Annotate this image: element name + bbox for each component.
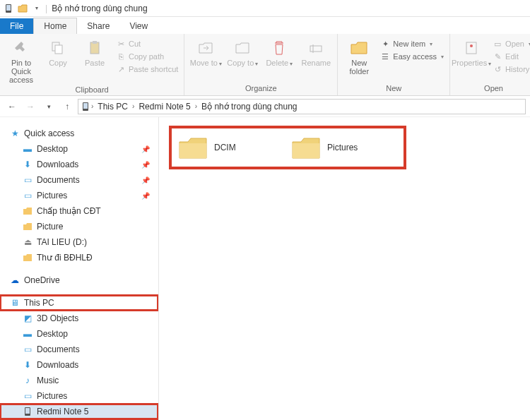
- paste-icon: [85, 38, 105, 58]
- sparkle-icon: ✦: [380, 39, 390, 49]
- group-organize: Move to▾ Copy to▾ Delete▾ Rename Organiz…: [184, 34, 338, 95]
- tree-documents2[interactable]: ▭Documents: [0, 342, 158, 357]
- forward-button[interactable]: →: [23, 99, 38, 114]
- desktop-icon: ▬: [21, 328, 34, 340]
- pin-icon: 📌: [141, 192, 150, 200]
- svg-rect-4: [90, 42, 99, 54]
- address-bar[interactable]: › This PC › Redmi Note 5 › Bộ nhớ trong …: [78, 99, 526, 114]
- up-button[interactable]: ↑: [59, 99, 75, 114]
- copyto-icon: [232, 38, 252, 58]
- properties-icon: [461, 38, 481, 58]
- tree-onedrive[interactable]: ☁OneDrive: [0, 272, 158, 288]
- edit-button[interactable]: ✎Edit: [491, 51, 530, 62]
- pin-icon: 📌: [141, 161, 150, 169]
- ribbon-tabs: File Home Share View: [0, 17, 530, 34]
- delete-button[interactable]: Delete▾: [262, 37, 296, 69]
- rename-icon: [306, 38, 326, 58]
- pictures-icon: ▭: [21, 390, 34, 402]
- group-open: Properties▾ ▭Open▾ ✎Edit ↺History Open: [450, 34, 530, 95]
- pc-icon: 🖥: [8, 297, 21, 308]
- folder-icon: [21, 221, 34, 232]
- delete-icon: [269, 38, 289, 58]
- body: ★Quick access ▬Desktop📌 ⬇Downloads📌 ▭Doc…: [0, 117, 530, 420]
- content-pane[interactable]: DCIM Pictures: [159, 117, 530, 420]
- documents-icon: ▭: [21, 344, 34, 355]
- drive-icon: ⏏: [21, 236, 34, 248]
- copy-icon: [48, 38, 68, 58]
- cut-button[interactable]: ✂Cut: [114, 38, 179, 49]
- edit-icon: ✎: [493, 52, 502, 61]
- open-button[interactable]: ▭Open▾: [491, 38, 530, 49]
- tab-file[interactable]: File: [0, 18, 33, 34]
- dropdown-icon[interactable]: ▾: [31, 3, 42, 14]
- folder-icon: [176, 133, 210, 162]
- chevron-right-icon[interactable]: ›: [132, 102, 134, 110]
- new-item-button[interactable]: ✦New item▾: [379, 38, 445, 49]
- folder-pictures[interactable]: Pictures: [289, 133, 395, 162]
- tree-redmi[interactable]: Redmi Note 5: [0, 404, 158, 419]
- tree-documents[interactable]: ▭Documents📌: [0, 172, 158, 188]
- tree-pictures2[interactable]: ▭Pictures: [0, 388, 158, 404]
- group-clipboard: Pin to Quick access Copy Paste ✂Cut ⎘Cop…: [0, 34, 184, 95]
- history-button[interactable]: ↺History: [491, 64, 530, 75]
- phone-icon: [81, 102, 90, 112]
- chevron-right-icon[interactable]: ›: [91, 102, 93, 110]
- folder-dcim[interactable]: DCIM: [176, 133, 282, 162]
- chevron-right-icon[interactable]: ›: [195, 102, 197, 110]
- onedrive-icon: ☁: [8, 275, 21, 286]
- new-folder-icon: [349, 38, 369, 58]
- tree-this-pc[interactable]: 🖥This PC: [0, 295, 158, 311]
- nav-tree[interactable]: ★Quick access ▬Desktop📌 ⬇Downloads📌 ▭Doc…: [0, 117, 159, 420]
- open-icon: ▭: [493, 39, 502, 49]
- tree-chap-thuan[interactable]: Chấp thuận CĐT: [0, 203, 158, 219]
- copy-to-button[interactable]: Copy to▾: [225, 37, 259, 69]
- crumb-redmi[interactable]: Redmi Note 5: [136, 102, 193, 112]
- pictures-icon: ▭: [21, 190, 34, 201]
- tree-downloads2[interactable]: ⬇Downloads: [0, 357, 158, 373]
- music-icon: ♪: [21, 375, 34, 386]
- tree-thu-di[interactable]: Thư đi BĐHLĐ: [0, 250, 158, 265]
- folder-icon: [289, 133, 323, 162]
- phone-icon: [3, 3, 14, 14]
- paste-button[interactable]: Paste: [78, 37, 112, 68]
- highlighted-folders: DCIM Pictures: [172, 128, 404, 167]
- move-to-button[interactable]: Move to▾: [189, 37, 223, 69]
- back-button[interactable]: ←: [4, 99, 20, 114]
- desktop-icon: ▬: [21, 143, 34, 155]
- tree-pictures[interactable]: ▭Pictures📌: [0, 188, 158, 203]
- svg-rect-5: [93, 41, 97, 44]
- tab-home[interactable]: Home: [33, 18, 77, 34]
- tab-view[interactable]: View: [119, 18, 158, 34]
- crumb-this-pc[interactable]: This PC: [95, 102, 131, 112]
- phone-icon: [21, 406, 34, 417]
- tree-desktop2[interactable]: ▬Desktop: [0, 326, 158, 342]
- tree-3d-objects[interactable]: ◩3D Objects: [0, 311, 158, 326]
- tree-desktop[interactable]: ▬Desktop📌: [0, 141, 158, 157]
- pin-quick-access-button[interactable]: Pin to Quick access: [4, 37, 38, 85]
- tree-tai-lieu[interactable]: ⏏TAI LIEU (D:): [0, 234, 158, 250]
- easy-access-icon: ☰: [380, 52, 390, 61]
- recent-dropdown[interactable]: ▾: [41, 99, 57, 114]
- properties-button[interactable]: Properties▾: [454, 37, 488, 69]
- downloads-icon: ⬇: [21, 359, 34, 371]
- move-icon: [196, 38, 216, 58]
- easy-access-button[interactable]: ☰Easy access▾: [379, 51, 445, 62]
- copy-path-button[interactable]: ⎘Copy path: [114, 51, 179, 62]
- svg-rect-1: [6, 5, 11, 11]
- tree-picture[interactable]: Picture: [0, 219, 158, 234]
- rename-button[interactable]: Rename: [299, 37, 333, 68]
- new-folder-button[interactable]: New folder: [342, 37, 376, 77]
- crumb-storage[interactable]: Bộ nhớ trong dùng chung: [199, 102, 300, 112]
- star-icon: ★: [8, 128, 21, 139]
- svg-rect-6: [310, 46, 322, 52]
- svg-point-9: [470, 44, 473, 47]
- svg-rect-11: [83, 103, 88, 109]
- tree-downloads[interactable]: ⬇Downloads📌: [0, 157, 158, 172]
- tree-quick-access[interactable]: ★Quick access: [0, 126, 158, 141]
- title-bar: ▾ | Bộ nhớ trong dùng chung: [0, 0, 530, 17]
- folder-icon: [21, 205, 34, 217]
- paste-shortcut-button[interactable]: ↗Paste shortcut: [114, 64, 179, 75]
- copy-button[interactable]: Copy: [41, 37, 75, 68]
- tab-share[interactable]: Share: [77, 18, 119, 34]
- tree-music[interactable]: ♪Music: [0, 373, 158, 388]
